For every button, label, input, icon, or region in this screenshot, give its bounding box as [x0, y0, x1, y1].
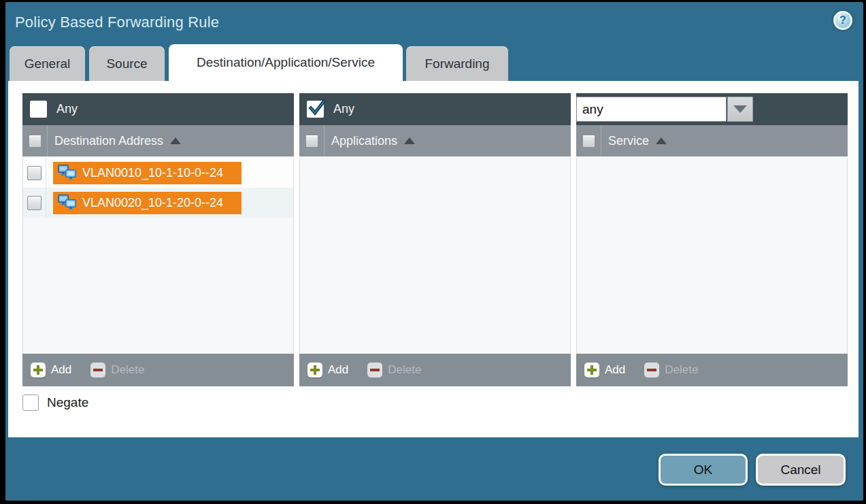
ok-button[interactable]: OK — [659, 454, 748, 486]
row-checkbox[interactable] — [27, 166, 41, 180]
service-dropdown-button[interactable] — [727, 97, 753, 122]
sort-ascending-icon[interactable] — [170, 137, 181, 144]
applications-column: Any Applications Add Delete — [299, 93, 571, 386]
destination-any-checkbox[interactable] — [30, 101, 47, 118]
add-button-label: Add — [328, 363, 348, 377]
service-dropdown-bar — [576, 93, 848, 125]
delete-button[interactable]: Delete — [90, 363, 144, 377]
delete-button-label: Delete — [665, 363, 698, 377]
applications-list — [299, 158, 571, 354]
destination-address-header: Destination Address — [22, 125, 294, 158]
service-column: Service Add Delete — [576, 93, 848, 386]
tab-destination-application-service[interactable]: Destination/Application/Service — [169, 44, 403, 81]
applications-header-label: Applications — [331, 134, 397, 148]
add-button[interactable]: Add — [584, 363, 625, 377]
destination-header-label: Destination Address — [54, 134, 163, 148]
tab-general-label: General — [24, 56, 71, 71]
service-header-checkbox-cell — [576, 125, 601, 156]
tab-dest-label: Destination/Application/Service — [197, 55, 375, 70]
delete-button[interactable]: Delete — [644, 363, 698, 377]
list-item-label: VLAN0020_10-1-20-0--24 — [82, 196, 223, 210]
network-computers-icon — [58, 195, 77, 211]
table-row: VLAN0010_10-1-10-0--24 — [23, 158, 293, 188]
service-select-all-checkbox[interactable] — [582, 135, 595, 148]
sort-ascending-icon[interactable] — [656, 137, 667, 144]
dropdown-arrow-icon — [733, 105, 747, 113]
list-item-label: VLAN0010_10-1-10-0--24 — [82, 166, 223, 180]
delete-button[interactable]: Delete — [367, 363, 421, 377]
destination-address-list: VLAN0010_10-1-10-0--24 — [22, 158, 294, 354]
add-icon — [584, 363, 599, 377]
sort-ascending-icon[interactable] — [404, 137, 415, 144]
applications-select-all-checkbox[interactable] — [305, 135, 318, 148]
network-computers-icon — [58, 165, 77, 181]
service-actions-bar: Add Delete — [576, 354, 848, 386]
ok-button-label: OK — [694, 463, 712, 477]
negate-label: Negate — [47, 395, 88, 410]
service-dropdown-input[interactable] — [576, 97, 727, 122]
delete-icon — [90, 363, 105, 377]
add-icon — [31, 363, 46, 377]
applications-header: Applications — [299, 125, 571, 158]
negate-checkbox[interactable] — [22, 394, 39, 411]
add-button[interactable]: Add — [31, 363, 71, 377]
tab-source-label: Source — [106, 56, 147, 71]
tab-content-panel: Any Destination Address — [8, 81, 859, 437]
row-checkbox-cell — [23, 158, 46, 188]
destination-any-bar: Any — [22, 93, 294, 125]
row-checkbox-cell — [23, 188, 46, 218]
destination-address-item[interactable]: VLAN0010_10-1-10-0--24 — [53, 162, 242, 184]
destination-select-all-checkbox[interactable] — [29, 135, 41, 148]
policy-forwarding-dialog: Policy Based Forwarding Rule ? General S… — [5, 2, 863, 501]
applications-any-bar: Any — [299, 93, 571, 125]
service-header-label: Service — [608, 134, 649, 148]
destination-any-label: Any — [56, 102, 78, 116]
delete-button-label: Delete — [388, 363, 421, 377]
service-header-label-wrap: Service — [608, 134, 667, 148]
negate-option: Negate — [22, 394, 88, 411]
tab-source[interactable]: Source — [89, 46, 165, 81]
tab-forwarding-label: Forwarding — [424, 56, 489, 71]
add-button[interactable]: Add — [307, 363, 348, 377]
applications-actions-bar: Add Delete — [299, 354, 571, 386]
delete-icon — [367, 363, 382, 377]
dialog-title: Policy Based Forwarding Rule — [15, 14, 219, 31]
destination-header-label-wrap: Destination Address — [54, 134, 181, 148]
service-header: Service — [576, 125, 848, 158]
delete-button-label: Delete — [111, 363, 144, 377]
cancel-button-label: Cancel — [780, 463, 820, 477]
destination-address-item[interactable]: VLAN0020_10-1-20-0--24 — [53, 192, 242, 214]
delete-icon — [644, 363, 659, 377]
help-icon[interactable]: ? — [833, 11, 852, 30]
applications-header-label-wrap: Applications — [331, 134, 415, 148]
destination-header-checkbox-cell — [22, 125, 48, 156]
table-row: VLAN0020_10-1-20-0--24 — [23, 188, 293, 218]
tab-general[interactable]: General — [10, 46, 85, 81]
service-list — [576, 158, 848, 354]
destination-actions-bar: Add Delete — [22, 354, 294, 386]
tab-forwarding[interactable]: Forwarding — [406, 46, 508, 81]
add-button-label: Add — [51, 363, 71, 377]
checkmark-icon — [307, 99, 327, 118]
applications-any-checkbox[interactable] — [307, 101, 324, 118]
destination-address-column: Any Destination Address — [22, 93, 294, 386]
cancel-button[interactable]: Cancel — [756, 454, 846, 486]
applications-header-checkbox-cell — [299, 125, 324, 156]
add-button-label: Add — [605, 363, 625, 377]
add-icon — [307, 363, 322, 377]
row-checkbox[interactable] — [27, 196, 41, 210]
applications-any-label: Any — [333, 102, 354, 116]
